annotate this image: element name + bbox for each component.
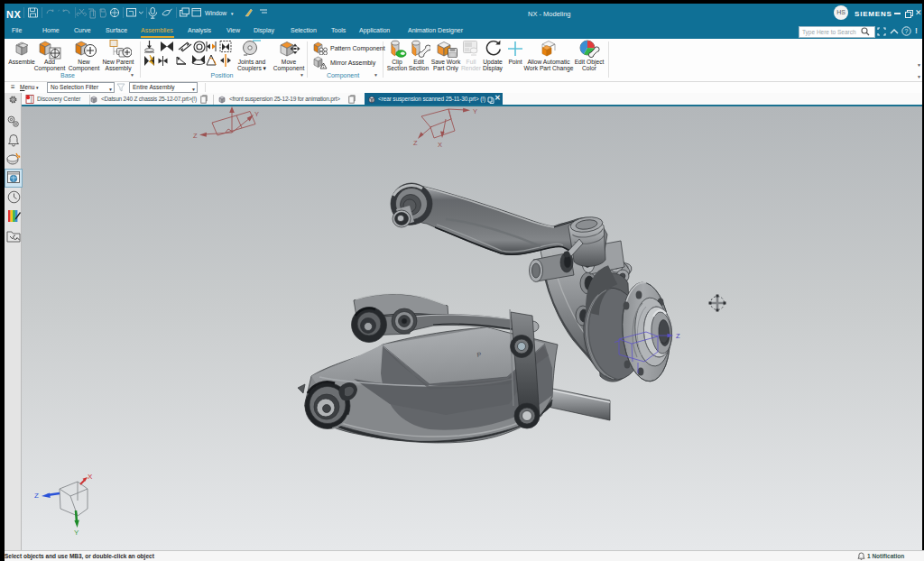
svg-text:Y: Y xyxy=(254,110,259,118)
svg-text:Z: Z xyxy=(676,332,680,340)
svg-text:Y: Y xyxy=(473,107,477,115)
svg-text:▼: ▼ xyxy=(230,12,234,16)
svg-text:Window: Window xyxy=(205,10,226,16)
svg-text:?: ? xyxy=(905,28,909,34)
svg-text:X: X xyxy=(438,141,442,149)
svg-text:Z: Z xyxy=(193,132,198,140)
svg-text:Z: Z xyxy=(34,492,39,500)
svg-text:Y: Y xyxy=(74,529,79,537)
svg-text:Z: Z xyxy=(413,139,418,147)
svg-text:X: X xyxy=(88,473,93,481)
